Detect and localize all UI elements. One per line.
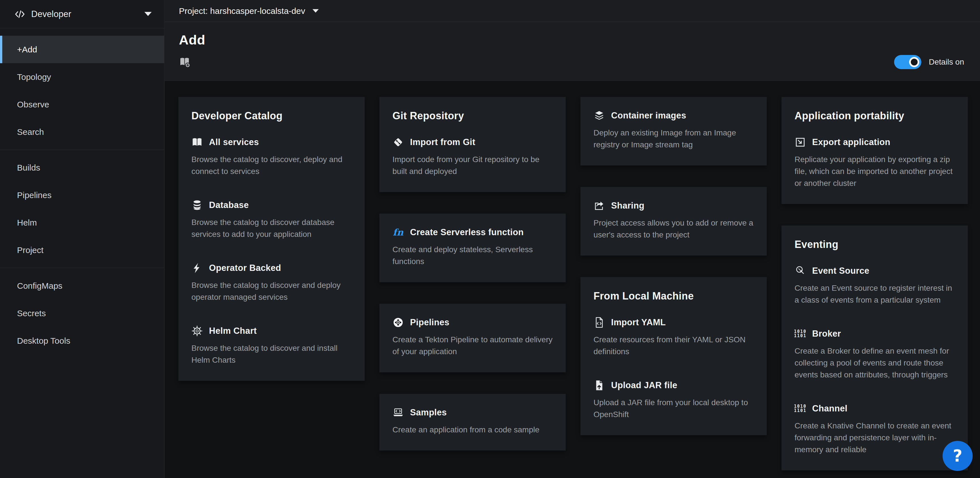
sidebar-item-configmaps[interactable]: ConfigMaps	[0, 272, 164, 300]
add-item-container-images[interactable]: Container imagesDeploy an existing Image…	[593, 110, 754, 151]
card-sharing: SharingProject access allows you to add …	[581, 187, 767, 256]
sidebar-section-divider	[0, 268, 164, 268]
add-item-description: Create a Knative Channel to create an ev…	[795, 420, 955, 456]
code-icon	[14, 9, 25, 19]
add-item-upload-jar-file[interactable]: Upload JAR fileUpload a JAR file from yo…	[593, 380, 754, 421]
perspective-label: Developer	[31, 9, 71, 19]
help-button[interactable]: ?	[943, 441, 973, 471]
add-item-broker[interactable]: 10101101BrokerCreate a Broker to define …	[795, 328, 955, 381]
chevron-down-icon	[312, 9, 319, 13]
add-item-title: Upload JAR file	[611, 380, 678, 391]
container-icon	[593, 110, 605, 121]
card-eventing: EventingEvent SourceCreate an Event sour…	[781, 226, 968, 470]
card-column: Git RepositoryImport from GitImport code…	[379, 97, 566, 478]
page-header: Add Details on	[165, 22, 980, 81]
sidebar-item-desktop-tools[interactable]: Desktop Tools	[0, 327, 164, 354]
card-title: From Local Machine	[593, 290, 754, 302]
add-item-sharing[interactable]: SharingProject access allows you to add …	[593, 200, 754, 241]
add-page-content: Developer CatalogAll servicesBrowse the …	[165, 81, 980, 478]
function-icon: fn	[393, 227, 404, 238]
add-item-title: Database	[209, 200, 249, 210]
add-item-title: Operator Backed	[209, 263, 281, 273]
add-item-description: Create a Broker to define an event mesh …	[795, 345, 955, 381]
card-title: Git Repository	[393, 110, 553, 122]
git-icon	[393, 137, 404, 148]
card-column: Container imagesDeploy an existing Image…	[581, 97, 767, 478]
sidebar-item-pipelines[interactable]: Pipelines	[0, 181, 164, 209]
add-item-title: Samples	[410, 407, 447, 418]
card-container-images: Container imagesDeploy an existing Image…	[581, 97, 767, 165]
yaml-file-icon	[593, 317, 605, 328]
add-item-database[interactable]: DatabaseBrowse the catalog to discover d…	[191, 200, 352, 240]
share-icon	[593, 200, 605, 211]
add-item-samples[interactable]: SamplesCreate an application from a code…	[393, 407, 553, 436]
add-item-title: Broker	[812, 329, 841, 339]
add-item-description: Create a Tekton Pipeline to automate del…	[393, 334, 553, 357]
add-item-create-serverless-function[interactable]: fnCreate Serverless functionCreate and d…	[393, 227, 553, 267]
card-application-portability: Application portabilityExport applicatio…	[781, 97, 968, 204]
sidebar-item-project[interactable]: Project	[0, 236, 164, 264]
add-item-export-application[interactable]: Export applicationReplicate your applica…	[795, 137, 955, 189]
details-toggle-knob	[909, 57, 919, 67]
card-pipelines: PipelinesCreate a Tekton Pipeline to aut…	[379, 304, 566, 372]
details-toggle[interactable]	[894, 55, 921, 69]
helm-icon	[191, 325, 203, 337]
add-item-description: Browse the catalog to discover and deplo…	[191, 279, 352, 303]
add-item-description: Create an Event source to register inter…	[795, 282, 955, 306]
add-item-pipelines[interactable]: PipelinesCreate a Tekton Pipeline to aut…	[393, 317, 553, 357]
guided-tour-book-plus-icon[interactable]	[179, 55, 190, 69]
pipelines-icon	[393, 317, 404, 328]
add-item-import-yaml[interactable]: Import YAMLCreate resources from their Y…	[593, 317, 754, 357]
sidebar-item-topology[interactable]: Topology	[0, 63, 164, 91]
perspective-switcher[interactable]: Developer	[0, 0, 164, 29]
add-item-operator-backed[interactable]: Operator BackedBrowse the catalog to dis…	[191, 262, 352, 303]
add-item-title: Helm Chart	[209, 326, 257, 336]
page-title: Add	[179, 32, 964, 48]
add-item-title: Container images	[611, 111, 686, 121]
samples-icon	[393, 407, 404, 418]
project-selector[interactable]: Project: harshcasper-localsta-dev	[165, 0, 980, 22]
upload-file-icon	[593, 380, 605, 391]
card-column: Developer CatalogAll servicesBrowse the …	[178, 97, 365, 478]
add-item-title: Sharing	[611, 201, 644, 211]
add-item-description: Import code from your Git repository to …	[393, 154, 553, 177]
broker-icon: 10101101	[795, 328, 806, 340]
add-item-description: Deploy an existing Image from an Image r…	[593, 127, 754, 151]
channel-icon: 10101101	[795, 403, 806, 414]
sidebar-item-helm[interactable]: Helm	[0, 209, 164, 236]
add-item-title: All services	[209, 137, 259, 147]
add-item-title: Channel	[812, 403, 847, 414]
add-item-channel[interactable]: 10101101ChannelCreate a Knative Channel …	[795, 403, 955, 456]
add-item-title: Pipelines	[410, 318, 449, 327]
sidebar: Developer +AddTopologyObserveSearchBuild…	[0, 0, 164, 478]
card-title: Developer Catalog	[191, 110, 352, 122]
card-column: Application portabilityExport applicatio…	[781, 97, 968, 478]
sidebar-nav: +AddTopologyObserveSearchBuildsPipelines…	[0, 29, 164, 354]
add-item-description: Replicate your application by exporting …	[795, 154, 955, 189]
add-item-title: Import YAML	[611, 318, 666, 327]
add-item-description: Browse the catalog to discover database …	[191, 216, 352, 240]
add-item-title: Create Serverless function	[410, 227, 524, 237]
add-item-helm-chart[interactable]: Helm ChartBrowse the catalog to discover…	[191, 325, 352, 366]
sidebar-item-search[interactable]: Search	[0, 118, 164, 146]
add-item-all-services[interactable]: All servicesBrowse the catalog to discov…	[191, 137, 352, 177]
sidebar-item-secrets[interactable]: Secrets	[0, 300, 164, 327]
project-selector-label: Project: harshcasper-localsta-dev	[179, 6, 305, 16]
add-item-event-source[interactable]: Event SourceCreate an Event source to re…	[795, 265, 955, 306]
add-item-description: Create resources from their YAML or JSON…	[593, 334, 754, 357]
card-from-local-machine: From Local MachineImport YAMLCreate reso…	[581, 277, 767, 435]
card-title: Eventing	[795, 238, 955, 251]
event-source-icon	[795, 265, 806, 276]
add-item-title: Event Source	[812, 266, 869, 276]
card-title: Application portability	[795, 110, 955, 122]
chevron-down-icon	[144, 12, 152, 16]
sidebar-item-observe[interactable]: Observe	[0, 91, 164, 118]
card-git-repository: Git RepositoryImport from GitImport code…	[379, 97, 566, 192]
add-item-import-from-git[interactable]: Import from GitImport code from your Git…	[393, 137, 553, 177]
add-item-description: Create an application from a code sample	[393, 424, 553, 436]
card-samples: SamplesCreate an application from a code…	[379, 394, 566, 451]
sidebar-item-add[interactable]: +Add	[0, 36, 164, 63]
bolt-icon	[191, 262, 203, 274]
card-developer-catalog: Developer CatalogAll servicesBrowse the …	[178, 97, 365, 381]
sidebar-item-builds[interactable]: Builds	[0, 154, 164, 181]
